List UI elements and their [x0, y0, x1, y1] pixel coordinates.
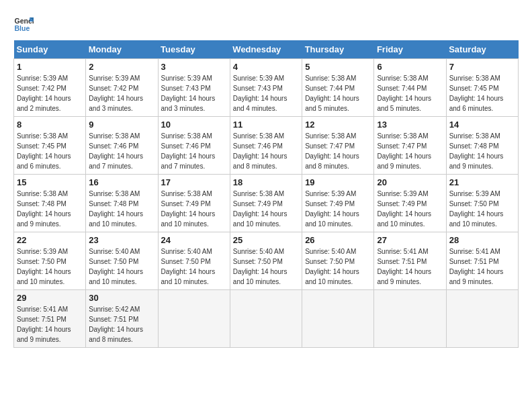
calendar-cell: 13 Sunrise: 5:38 AMSunset: 7:47 PMDaylig…: [374, 117, 446, 175]
day-info: Sunrise: 5:39 AMSunset: 7:42 PMDaylight:…: [89, 75, 143, 112]
calendar-cell: 24 Sunrise: 5:40 AMSunset: 7:50 PMDaylig…: [158, 232, 230, 290]
day-number: 21: [449, 177, 515, 187]
calendar-week-row: 22 Sunrise: 5:39 AMSunset: 7:50 PMDaylig…: [14, 232, 519, 290]
svg-text:Blue: Blue: [15, 24, 30, 32]
calendar-cell: 3 Sunrise: 5:39 AMSunset: 7:43 PMDayligh…: [158, 59, 230, 117]
page-header: General Blue: [13, 13, 519, 34]
day-info: Sunrise: 5:38 AMSunset: 7:48 PMDaylight:…: [449, 132, 504, 170]
calendar-cell: 21 Sunrise: 5:39 AMSunset: 7:50 PMDaylig…: [446, 175, 518, 232]
calendar-table: SundayMondayTuesdayWednesdayThursdayFrid…: [13, 40, 519, 348]
calendar-cell: 12 Sunrise: 5:38 AMSunset: 7:47 PMDaylig…: [302, 117, 374, 175]
calendar-week-row: 29 Sunrise: 5:41 AMSunset: 7:51 PMDaylig…: [14, 290, 519, 348]
calendar-cell: 29 Sunrise: 5:41 AMSunset: 7:51 PMDaylig…: [14, 290, 86, 348]
calendar-cell: 27 Sunrise: 5:41 AMSunset: 7:51 PMDaylig…: [374, 232, 446, 290]
day-number: 5: [305, 62, 371, 72]
weekday-header-monday: Monday: [86, 40, 158, 59]
calendar-cell: 18 Sunrise: 5:38 AMSunset: 7:49 PMDaylig…: [230, 175, 302, 232]
calendar-cell: [374, 290, 446, 348]
day-info: Sunrise: 5:38 AMSunset: 7:46 PMDaylight:…: [161, 132, 216, 170]
day-number: 19: [305, 177, 371, 187]
day-number: 20: [377, 177, 443, 187]
calendar-cell: 9 Sunrise: 5:38 AMSunset: 7:46 PMDayligh…: [86, 117, 158, 175]
calendar-cell: 25 Sunrise: 5:40 AMSunset: 7:50 PMDaylig…: [230, 232, 302, 290]
day-info: Sunrise: 5:39 AMSunset: 7:50 PMDaylight:…: [17, 248, 71, 285]
day-number: 15: [17, 177, 83, 187]
day-number: 29: [17, 293, 83, 303]
day-info: Sunrise: 5:38 AMSunset: 7:45 PMDaylight:…: [449, 75, 504, 112]
calendar-cell: 30 Sunrise: 5:42 AMSunset: 7:51 PMDaylig…: [86, 290, 158, 348]
weekday-header-thursday: Thursday: [302, 40, 374, 59]
calendar-cell: 11 Sunrise: 5:38 AMSunset: 7:46 PMDaylig…: [230, 117, 302, 175]
day-number: 11: [233, 120, 299, 130]
calendar-cell: 23 Sunrise: 5:40 AMSunset: 7:50 PMDaylig…: [86, 232, 158, 290]
day-number: 14: [449, 120, 515, 130]
day-number: 18: [233, 177, 299, 187]
day-info: Sunrise: 5:41 AMSunset: 7:51 PMDaylight:…: [449, 248, 504, 285]
day-number: 16: [89, 177, 154, 187]
day-number: 12: [305, 120, 371, 130]
calendar-cell: 14 Sunrise: 5:38 AMSunset: 7:48 PMDaylig…: [446, 117, 518, 175]
day-info: Sunrise: 5:38 AMSunset: 7:48 PMDaylight:…: [89, 190, 143, 228]
day-info: Sunrise: 5:38 AMSunset: 7:46 PMDaylight:…: [89, 132, 143, 170]
calendar-cell: 20 Sunrise: 5:39 AMSunset: 7:49 PMDaylig…: [374, 175, 446, 232]
calendar-cell: 15 Sunrise: 5:38 AMSunset: 7:48 PMDaylig…: [14, 175, 86, 232]
calendar-cell: 7 Sunrise: 5:38 AMSunset: 7:45 PMDayligh…: [446, 59, 518, 117]
calendar-cell: 4 Sunrise: 5:39 AMSunset: 7:43 PMDayligh…: [230, 59, 302, 117]
day-info: Sunrise: 5:42 AMSunset: 7:51 PMDaylight:…: [89, 306, 143, 343]
day-number: 7: [449, 62, 515, 72]
calendar-cell: [158, 290, 230, 348]
day-info: Sunrise: 5:38 AMSunset: 7:47 PMDaylight:…: [305, 132, 359, 170]
day-number: 28: [449, 235, 515, 245]
logo-icon: General Blue: [13, 13, 34, 34]
calendar-cell: 2 Sunrise: 5:39 AMSunset: 7:42 PMDayligh…: [86, 59, 158, 117]
calendar-cell: [446, 290, 518, 348]
calendar-cell: 8 Sunrise: 5:38 AMSunset: 7:45 PMDayligh…: [14, 117, 86, 175]
day-info: Sunrise: 5:38 AMSunset: 7:46 PMDaylight:…: [233, 132, 287, 170]
day-info: Sunrise: 5:40 AMSunset: 7:50 PMDaylight:…: [89, 248, 143, 285]
calendar-cell: 19 Sunrise: 5:39 AMSunset: 7:49 PMDaylig…: [302, 175, 374, 232]
weekday-header-saturday: Saturday: [446, 40, 518, 59]
day-number: 1: [17, 62, 83, 72]
day-info: Sunrise: 5:38 AMSunset: 7:44 PMDaylight:…: [377, 75, 431, 112]
day-number: 8: [17, 120, 83, 130]
calendar-cell: 17 Sunrise: 5:38 AMSunset: 7:49 PMDaylig…: [158, 175, 230, 232]
day-number: 25: [233, 235, 299, 245]
calendar-cell: [230, 290, 302, 348]
day-number: 30: [89, 293, 154, 303]
calendar-cell: 16 Sunrise: 5:38 AMSunset: 7:48 PMDaylig…: [86, 175, 158, 232]
day-info: Sunrise: 5:39 AMSunset: 7:42 PMDaylight:…: [17, 75, 71, 112]
day-number: 2: [89, 62, 154, 72]
day-info: Sunrise: 5:39 AMSunset: 7:43 PMDaylight:…: [233, 75, 287, 112]
day-number: 9: [89, 120, 154, 130]
day-info: Sunrise: 5:38 AMSunset: 7:48 PMDaylight:…: [17, 190, 71, 228]
day-number: 17: [161, 177, 227, 187]
day-number: 27: [377, 235, 443, 245]
day-number: 3: [161, 62, 227, 72]
weekday-header-sunday: Sunday: [14, 40, 86, 59]
day-info: Sunrise: 5:40 AMSunset: 7:50 PMDaylight:…: [161, 248, 216, 285]
day-info: Sunrise: 5:39 AMSunset: 7:49 PMDaylight:…: [377, 190, 431, 228]
weekday-header-tuesday: Tuesday: [158, 40, 230, 59]
calendar-week-row: 1 Sunrise: 5:39 AMSunset: 7:42 PMDayligh…: [14, 59, 519, 117]
day-info: Sunrise: 5:38 AMSunset: 7:47 PMDaylight:…: [377, 132, 431, 170]
day-info: Sunrise: 5:39 AMSunset: 7:49 PMDaylight:…: [305, 190, 359, 228]
day-info: Sunrise: 5:38 AMSunset: 7:49 PMDaylight:…: [233, 190, 287, 228]
logo: General Blue: [13, 13, 36, 34]
day-info: Sunrise: 5:39 AMSunset: 7:50 PMDaylight:…: [449, 190, 504, 228]
day-number: 6: [377, 62, 443, 72]
calendar-header-row: SundayMondayTuesdayWednesdayThursdayFrid…: [14, 40, 519, 59]
calendar-week-row: 8 Sunrise: 5:38 AMSunset: 7:45 PMDayligh…: [14, 117, 519, 175]
day-number: 10: [161, 120, 227, 130]
calendar-cell: [302, 290, 374, 348]
day-info: Sunrise: 5:38 AMSunset: 7:45 PMDaylight:…: [17, 132, 71, 170]
calendar-week-row: 15 Sunrise: 5:38 AMSunset: 7:48 PMDaylig…: [14, 175, 519, 232]
day-info: Sunrise: 5:41 AMSunset: 7:51 PMDaylight:…: [377, 248, 431, 285]
day-number: 24: [161, 235, 227, 245]
day-info: Sunrise: 5:40 AMSunset: 7:50 PMDaylight:…: [233, 248, 287, 285]
calendar-cell: 26 Sunrise: 5:40 AMSunset: 7:50 PMDaylig…: [302, 232, 374, 290]
day-info: Sunrise: 5:38 AMSunset: 7:49 PMDaylight:…: [161, 190, 216, 228]
calendar-cell: 1 Sunrise: 5:39 AMSunset: 7:42 PMDayligh…: [14, 59, 86, 117]
calendar-cell: 22 Sunrise: 5:39 AMSunset: 7:50 PMDaylig…: [14, 232, 86, 290]
day-number: 22: [17, 235, 83, 245]
calendar-cell: 5 Sunrise: 5:38 AMSunset: 7:44 PMDayligh…: [302, 59, 374, 117]
